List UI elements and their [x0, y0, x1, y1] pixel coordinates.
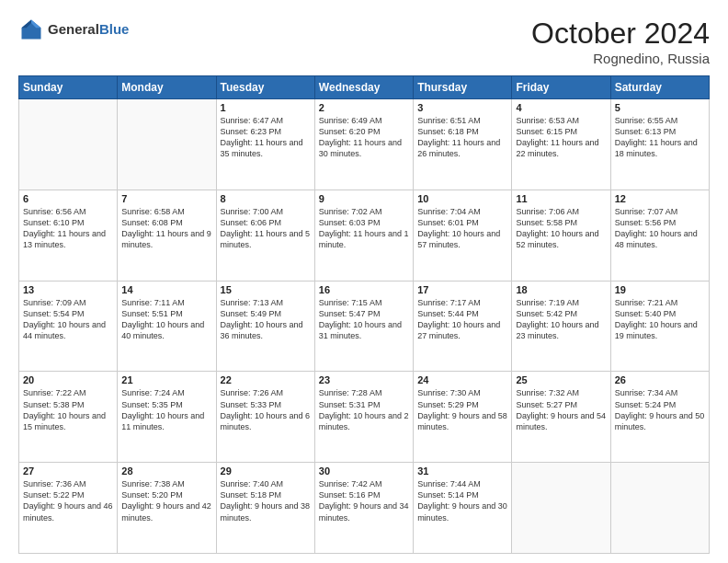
- calendar-table: SundayMondayTuesdayWednesdayThursdayFrid…: [18, 75, 710, 554]
- day-number: 16: [319, 284, 409, 295]
- calendar-cell: 25Sunrise: 7:32 AM Sunset: 5:27 PM Dayli…: [512, 372, 610, 463]
- cell-info: Sunrise: 7:06 AM Sunset: 5:58 PM Dayligh…: [516, 206, 606, 251]
- calendar-cell: 28Sunrise: 7:38 AM Sunset: 5:20 PM Dayli…: [118, 463, 216, 554]
- calendar-header-row: SundayMondayTuesdayWednesdayThursdayFrid…: [19, 76, 710, 99]
- day-header-thursday: Thursday: [414, 76, 512, 99]
- calendar-cell: 12Sunrise: 7:07 AM Sunset: 5:56 PM Dayli…: [610, 190, 709, 281]
- cell-info: Sunrise: 7:11 AM Sunset: 5:51 PM Dayligh…: [121, 297, 211, 342]
- calendar-cell: 4Sunrise: 6:53 AM Sunset: 6:15 PM Daylig…: [512, 99, 610, 190]
- cell-info: Sunrise: 7:04 AM Sunset: 6:01 PM Dayligh…: [417, 206, 507, 251]
- calendar-cell: 30Sunrise: 7:42 AM Sunset: 5:16 PM Dayli…: [314, 463, 413, 554]
- day-number: 3: [417, 102, 507, 113]
- day-number: 22: [221, 374, 311, 385]
- calendar-cell: 16Sunrise: 7:15 AM Sunset: 5:47 PM Dayli…: [314, 281, 413, 372]
- calendar-cell: 27Sunrise: 7:36 AM Sunset: 5:22 PM Dayli…: [19, 463, 118, 554]
- cell-info: Sunrise: 6:47 AM Sunset: 6:23 PM Dayligh…: [221, 115, 311, 160]
- cell-info: Sunrise: 7:21 AM Sunset: 5:40 PM Dayligh…: [615, 297, 705, 342]
- day-number: 17: [417, 284, 507, 295]
- title-block: October 2024 Rognedino, Russia: [531, 17, 710, 66]
- cell-info: Sunrise: 7:38 AM Sunset: 5:20 PM Dayligh…: [121, 478, 211, 523]
- day-number: 5: [615, 102, 705, 113]
- day-number: 9: [319, 193, 409, 204]
- calendar-cell: 3Sunrise: 6:51 AM Sunset: 6:18 PM Daylig…: [414, 99, 512, 190]
- calendar-cell: [610, 463, 709, 554]
- logo: GeneralBlue: [18, 17, 129, 42]
- day-number: 1: [221, 102, 311, 113]
- day-number: 2: [319, 102, 409, 113]
- logo-blue-text: Blue: [99, 21, 130, 37]
- day-number: 8: [221, 193, 311, 204]
- cell-info: Sunrise: 6:58 AM Sunset: 6:08 PM Dayligh…: [121, 206, 211, 251]
- day-header-wednesday: Wednesday: [314, 76, 413, 99]
- logo-icon: [18, 17, 44, 42]
- day-header-sunday: Sunday: [19, 76, 118, 99]
- cell-info: Sunrise: 7:30 AM Sunset: 5:29 PM Dayligh…: [417, 387, 507, 432]
- calendar-cell: 9Sunrise: 7:02 AM Sunset: 6:03 PM Daylig…: [314, 190, 413, 281]
- calendar-cell: 8Sunrise: 7:00 AM Sunset: 6:06 PM Daylig…: [216, 190, 314, 281]
- day-number: 27: [23, 465, 113, 477]
- day-header-monday: Monday: [118, 76, 216, 99]
- cell-info: Sunrise: 7:17 AM Sunset: 5:44 PM Dayligh…: [417, 297, 507, 342]
- cell-info: Sunrise: 7:36 AM Sunset: 5:22 PM Dayligh…: [23, 478, 113, 523]
- cell-info: Sunrise: 7:19 AM Sunset: 5:42 PM Dayligh…: [516, 297, 606, 342]
- day-number: 11: [516, 193, 606, 204]
- cell-info: Sunrise: 7:42 AM Sunset: 5:16 PM Dayligh…: [319, 478, 409, 523]
- cell-info: Sunrise: 7:32 AM Sunset: 5:27 PM Dayligh…: [516, 387, 606, 432]
- calendar-cell: [512, 463, 610, 554]
- calendar-week-3: 13Sunrise: 7:09 AM Sunset: 5:54 PM Dayli…: [19, 281, 710, 372]
- calendar-cell: 14Sunrise: 7:11 AM Sunset: 5:51 PM Dayli…: [118, 281, 216, 372]
- cell-info: Sunrise: 7:24 AM Sunset: 5:35 PM Dayligh…: [121, 387, 211, 432]
- day-number: 13: [23, 284, 113, 295]
- day-header-friday: Friday: [512, 76, 610, 99]
- day-number: 21: [121, 374, 211, 385]
- calendar-cell: 26Sunrise: 7:34 AM Sunset: 5:24 PM Dayli…: [610, 372, 709, 463]
- calendar-week-1: 1Sunrise: 6:47 AM Sunset: 6:23 PM Daylig…: [19, 99, 710, 190]
- day-number: 18: [516, 284, 606, 295]
- calendar-cell: 20Sunrise: 7:22 AM Sunset: 5:38 PM Dayli…: [19, 372, 118, 463]
- calendar-cell: 5Sunrise: 6:55 AM Sunset: 6:13 PM Daylig…: [610, 99, 709, 190]
- cell-info: Sunrise: 6:55 AM Sunset: 6:13 PM Dayligh…: [615, 115, 705, 160]
- cell-info: Sunrise: 7:00 AM Sunset: 6:06 PM Dayligh…: [221, 206, 311, 251]
- calendar-cell: 2Sunrise: 6:49 AM Sunset: 6:20 PM Daylig…: [314, 99, 413, 190]
- cell-info: Sunrise: 7:09 AM Sunset: 5:54 PM Dayligh…: [23, 297, 113, 342]
- day-number: 15: [221, 284, 311, 295]
- header: GeneralBlue October 2024 Rognedino, Russ…: [18, 17, 710, 66]
- cell-info: Sunrise: 7:26 AM Sunset: 5:33 PM Dayligh…: [221, 387, 311, 432]
- day-number: 12: [615, 193, 705, 204]
- cell-info: Sunrise: 7:34 AM Sunset: 5:24 PM Dayligh…: [615, 387, 705, 432]
- calendar-week-5: 27Sunrise: 7:36 AM Sunset: 5:22 PM Dayli…: [19, 463, 710, 554]
- day-number: 4: [516, 102, 606, 113]
- cell-info: Sunrise: 7:07 AM Sunset: 5:56 PM Dayligh…: [615, 206, 705, 251]
- calendar-cell: 31Sunrise: 7:44 AM Sunset: 5:14 PM Dayli…: [414, 463, 512, 554]
- calendar-cell: [118, 99, 216, 190]
- calendar-cell: 11Sunrise: 7:06 AM Sunset: 5:58 PM Dayli…: [512, 190, 610, 281]
- calendar-cell: 21Sunrise: 7:24 AM Sunset: 5:35 PM Dayli…: [118, 372, 216, 463]
- calendar-cell: 23Sunrise: 7:28 AM Sunset: 5:31 PM Dayli…: [314, 372, 413, 463]
- cell-info: Sunrise: 7:13 AM Sunset: 5:49 PM Dayligh…: [221, 297, 311, 342]
- calendar-cell: 13Sunrise: 7:09 AM Sunset: 5:54 PM Dayli…: [19, 281, 118, 372]
- calendar-cell: 19Sunrise: 7:21 AM Sunset: 5:40 PM Dayli…: [610, 281, 709, 372]
- calendar-cell: 18Sunrise: 7:19 AM Sunset: 5:42 PM Dayli…: [512, 281, 610, 372]
- cell-info: Sunrise: 6:53 AM Sunset: 6:15 PM Dayligh…: [516, 115, 606, 160]
- calendar-cell: 15Sunrise: 7:13 AM Sunset: 5:49 PM Dayli…: [216, 281, 314, 372]
- cell-info: Sunrise: 7:28 AM Sunset: 5:31 PM Dayligh…: [319, 387, 409, 432]
- cell-info: Sunrise: 6:49 AM Sunset: 6:20 PM Dayligh…: [319, 115, 409, 160]
- calendar-cell: 29Sunrise: 7:40 AM Sunset: 5:18 PM Dayli…: [216, 463, 314, 554]
- day-number: 28: [121, 465, 211, 477]
- day-number: 20: [23, 374, 113, 385]
- cell-info: Sunrise: 7:44 AM Sunset: 5:14 PM Dayligh…: [417, 478, 507, 523]
- day-number: 24: [417, 374, 507, 385]
- day-number: 31: [417, 465, 507, 477]
- day-number: 7: [121, 193, 211, 204]
- cell-info: Sunrise: 7:40 AM Sunset: 5:18 PM Dayligh…: [221, 478, 311, 523]
- cell-info: Sunrise: 7:22 AM Sunset: 5:38 PM Dayligh…: [23, 387, 113, 432]
- location: Rognedino, Russia: [531, 51, 710, 66]
- logo-general-text: General: [48, 21, 99, 37]
- day-number: 19: [615, 284, 705, 295]
- day-number: 23: [319, 374, 409, 385]
- calendar-cell: 6Sunrise: 6:56 AM Sunset: 6:10 PM Daylig…: [19, 190, 118, 281]
- calendar-cell: 17Sunrise: 7:17 AM Sunset: 5:44 PM Dayli…: [414, 281, 512, 372]
- month-title: October 2024: [531, 17, 710, 51]
- cell-info: Sunrise: 6:56 AM Sunset: 6:10 PM Dayligh…: [23, 206, 113, 251]
- calendar-week-4: 20Sunrise: 7:22 AM Sunset: 5:38 PM Dayli…: [19, 372, 710, 463]
